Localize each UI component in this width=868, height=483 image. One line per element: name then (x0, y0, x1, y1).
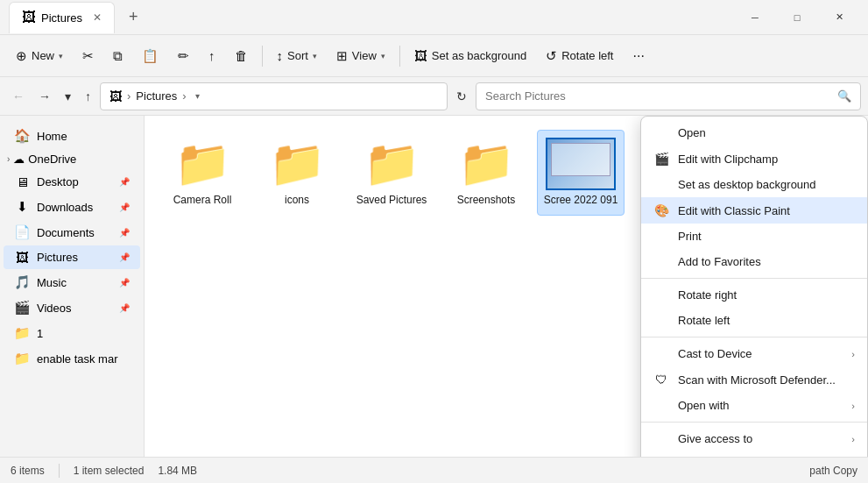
share-button[interactable]: ↑ (200, 40, 224, 72)
view-button[interactable]: ⊞ View ▾ (328, 40, 394, 72)
forward-button[interactable]: → (33, 84, 56, 109)
sidebar-item-home[interactable]: 🏠 Home (4, 124, 140, 148)
sidebar-item-desktop[interactable]: 🖥 Desktop 📌 (4, 170, 140, 194)
file-item-saved-pictures[interactable]: 📁 Saved Pictures (348, 130, 435, 216)
cm-clipchamp[interactable]: 🎬 Edit with Clipchamp (641, 146, 867, 172)
cm-rotate-left[interactable]: Rotate left (641, 308, 867, 333)
cm-rotate-right-label: Rotate right (678, 288, 855, 302)
cm-give-access[interactable]: Give access to › (641, 426, 867, 451)
cm-cast[interactable]: Cast to Device › (641, 341, 867, 366)
sidebar-group-onedrive[interactable]: › ☁ OneDrive (0, 149, 144, 169)
sidebar-item-videos[interactable]: 🎬 Videos 📌 (4, 295, 140, 320)
new-arrow-icon: ▾ (59, 52, 63, 60)
sidebar-music-label: Music (37, 276, 112, 289)
sidebar-item-downloads[interactable]: ⬇ Downloads 📌 (4, 195, 140, 219)
file-item-icons[interactable]: 📁 icons (253, 130, 341, 216)
music-icon: 🎵 (14, 274, 30, 290)
address-bar: ← → ▾ ↑ 🖼 › Pictures › ▾ ↻ 🔍 (0, 77, 868, 116)
search-box[interactable]: 🔍 (476, 82, 861, 110)
sort-icon: ↕ (277, 48, 284, 63)
sidebar-1-label: 1 (37, 327, 130, 340)
defender-icon: 🛡 (653, 373, 669, 387)
path-dropdown-icon[interactable]: ▾ (195, 91, 200, 101)
folder-1-icon: 📁 (14, 325, 30, 341)
new-button[interactable]: ⊕ New ▾ (7, 40, 72, 72)
file-item-scree2022[interactable]: Scree 2022 091 (537, 130, 625, 216)
cm-defender[interactable]: 🛡 Scan with Microsoft Defender... (641, 366, 867, 393)
recent-button[interactable]: ▾ (60, 84, 76, 109)
cm-edit-classic-paint[interactable]: 🎨 Edit with Classic Paint ← (641, 197, 867, 224)
downloads-icon: ⬇ (14, 199, 30, 215)
cm-copy-path[interactable]: Copy as path (641, 451, 867, 457)
cm-cast-label: Cast to Device (678, 347, 843, 360)
minimize-button[interactable]: ─ (735, 4, 775, 32)
main-content: 🏠 Home › ☁ OneDrive 🖥 Desktop 📌 ⬇ Downlo… (0, 116, 868, 457)
maximize-button[interactable]: □ (777, 4, 817, 32)
sidebar-item-music[interactable]: 🎵 Music 📌 (4, 270, 140, 295)
cm-cast-arrow: › (851, 349, 855, 359)
sidebar-documents-label: Documents (37, 226, 112, 239)
copy-icon: ⧉ (113, 48, 123, 64)
cm-clipchamp-label: Edit with Clipchamp (678, 153, 855, 166)
cm-print-label: Print (678, 230, 855, 243)
sidebar-item-enable-task-mar[interactable]: 📁 enable task mar (4, 346, 140, 371)
sort-arrow-icon: ▾ (313, 52, 317, 60)
file-name-camera-roll: Camera Roll (173, 194, 232, 208)
more-button[interactable]: ··· (624, 40, 653, 72)
file-item-screenshots[interactable]: 📁 Screenshots (442, 130, 530, 216)
rotate-left-button[interactable]: ↺ Rotate left (537, 40, 622, 72)
view-icon: ⊞ (336, 48, 348, 64)
rename-button[interactable]: ✏ (169, 40, 198, 72)
sidebar-item-pictures[interactable]: 🖼 Pictures 📌 (4, 245, 140, 269)
sidebar-item-1[interactable]: 📁 1 (4, 321, 140, 345)
cm-rotate-right[interactable]: Rotate right (641, 282, 867, 308)
sidebar-item-documents[interactable]: 📄 Documents 📌 (4, 220, 140, 245)
new-tab-button[interactable]: + (122, 4, 145, 30)
tab-close-button[interactable]: ✕ (93, 11, 102, 24)
sidebar-task-label: enable task mar (37, 352, 130, 366)
cm-set-desktop-bg[interactable]: Set as desktop background (641, 172, 867, 197)
selected-count: 1 item selected (74, 465, 145, 477)
cm-set-desktop-label: Set as desktop background (678, 178, 855, 191)
path-pictures[interactable]: Pictures (136, 89, 177, 103)
close-button[interactable]: ✕ (819, 4, 859, 32)
set-background-button[interactable]: 🖼 Set as background (406, 40, 535, 72)
path-icon: 🖼 (109, 89, 122, 103)
cm-add-favorites[interactable]: Add to Favorites (641, 249, 867, 274)
file-item-camera-roll[interactable]: 📁 Camera Roll (159, 130, 246, 216)
pin-icon-dl: 📌 (119, 202, 130, 212)
back-button[interactable]: ← (7, 84, 30, 109)
cm-add-favorites-label: Add to Favorites (678, 255, 855, 268)
sort-button[interactable]: ↕ Sort ▾ (268, 40, 326, 72)
copy-button[interactable]: ⧉ (104, 40, 131, 72)
tab-pictures[interactable]: 🖼 Pictures ✕ (9, 2, 115, 33)
path-separator-2: › (182, 89, 186, 103)
search-input[interactable] (485, 89, 832, 103)
file-area[interactable]: 📁 Camera Roll 📁 icons 📁 Saved Pictures 📁… (145, 116, 868, 457)
cut-button[interactable]: ✂ (74, 40, 102, 72)
file-name-scree2022: Scree 2022 091 (544, 194, 618, 208)
rename-icon: ✏ (178, 48, 189, 64)
classic-paint-icon: 🎨 (653, 203, 669, 217)
clipchamp-icon: 🎬 (653, 152, 669, 166)
address-path[interactable]: 🖼 › Pictures › ▾ (100, 82, 448, 110)
screenshot-thumbnail (546, 138, 616, 190)
cm-open-with-label: Open with (678, 399, 843, 412)
expand-icon: › (7, 154, 10, 164)
refresh-button[interactable]: ↻ (451, 84, 472, 109)
paste-button[interactable]: 📋 (133, 40, 167, 72)
desktop-icon: 🖥 (14, 174, 30, 189)
cm-open-with[interactable]: Open with › (641, 393, 867, 418)
cm-give-access-label: Give access to (678, 432, 843, 445)
sidebar-downloads-label: Downloads (37, 201, 112, 214)
delete-button[interactable]: 🗑 (226, 40, 257, 72)
new-icon: ⊕ (16, 48, 27, 64)
status-separator (59, 464, 60, 478)
cm-print[interactable]: Print (641, 224, 867, 249)
home-icon: 🏠 (14, 128, 30, 144)
cm-open[interactable]: Open (641, 120, 867, 146)
cm-give-access-arrow: › (851, 434, 855, 444)
sidebar-pictures-label: Pictures (37, 251, 112, 264)
title-bar-left: 🖼 Pictures ✕ + (9, 2, 735, 33)
up-button[interactable]: ↑ (80, 84, 96, 109)
